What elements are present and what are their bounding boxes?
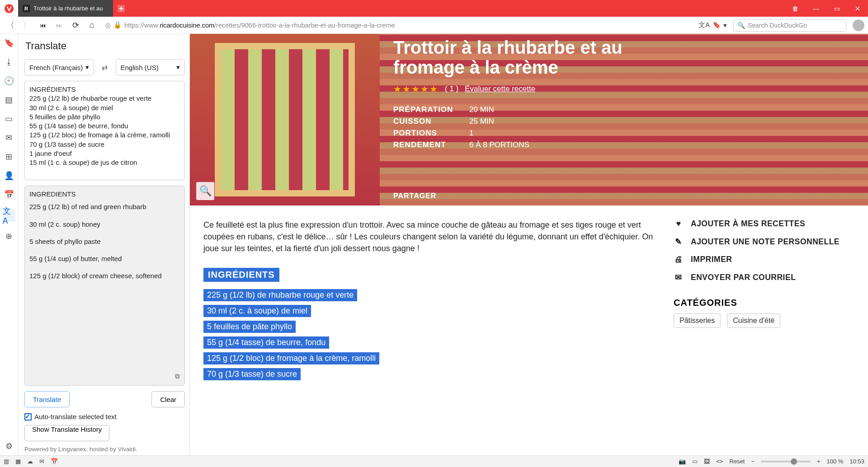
translate-panel-icon[interactable]: 文A (3, 209, 15, 222)
mail-icon[interactable]: ✉ (5, 133, 14, 142)
maximize-button[interactable]: ▭ (826, 0, 847, 17)
swap-languages-button[interactable]: ⇄ (99, 61, 111, 74)
heart-icon: ♥ (674, 219, 684, 229)
category-tag[interactable]: Pâtisseries (674, 313, 721, 328)
rating-count: ( 1 ) (445, 84, 458, 93)
new-tab-button[interactable] (113, 0, 129, 17)
meta-label: PORTIONS (393, 129, 461, 138)
auto-translate-label: Auto-translate selected text (34, 413, 117, 420)
zoom-reset-button[interactable]: Reset (729, 458, 745, 465)
add-favorite-button[interactable]: ♥AJOUTER À MES RECETTES (674, 219, 854, 229)
profile-avatar[interactable] (853, 19, 864, 31)
downloads-icon[interactable]: ⭳ (5, 57, 14, 66)
tile-icon[interactable]: ▭ (692, 458, 698, 465)
feeds-icon[interactable]: ⊞ (5, 152, 14, 161)
clock: 10:53 (849, 458, 864, 465)
calendar-status-icon[interactable]: 📅 (51, 458, 58, 465)
address-bar[interactable]: ◎ 🔒 https://www.ricardocuisine.com/recet… (101, 19, 731, 32)
target-lang-select[interactable]: English (US)▾ (116, 59, 185, 75)
history-button[interactable]: Show Translate History (24, 425, 109, 441)
rewind-button[interactable]: ⏮ (36, 19, 50, 32)
mail-status-icon[interactable]: ✉ (39, 458, 44, 465)
vivaldi-logo[interactable] (0, 0, 18, 17)
add-note-button[interactable]: ✎AJOUTER UNE NOTE PERSONNELLE (674, 237, 854, 247)
ingredient-item: 55 g (1/4 tasse) de beurre, fondu (203, 336, 329, 349)
target-textarea: INGREDIENTS 225 g (1/2 lb) of red and gr… (24, 186, 185, 386)
capture-icon[interactable]: 📷 (679, 458, 686, 465)
note-icon: ✎ (674, 237, 684, 247)
ingredient-item: 225 g (1/2 lb) de rhubarbe rouge et vert… (203, 289, 357, 301)
notes-icon[interactable]: ▤ (5, 95, 14, 104)
meta-value: 1 (469, 129, 473, 138)
mail-icon: ✉ (674, 272, 684, 282)
copy-icon[interactable]: ⧉ (175, 372, 180, 381)
zoom-slider[interactable] (761, 461, 811, 462)
zoom-level: 100 % (827, 458, 844, 465)
calendar-icon[interactable]: 📅 (5, 190, 14, 199)
rate-link[interactable]: Évaluer cette recette (465, 84, 535, 93)
meta-value: 6 À 8 PORTIONS (469, 140, 529, 149)
print-button[interactable]: 🖨IMPRIMER (674, 255, 854, 264)
category-tag[interactable]: Cuisine d'été (727, 313, 780, 328)
bookmark-icon[interactable]: 🔖 (712, 21, 721, 29)
sync-icon[interactable]: ☁ (27, 458, 33, 465)
tab-active[interactable]: R Trottoir à la rhubarbe et au (18, 0, 113, 17)
meta-value: 20 MIN (469, 105, 494, 114)
source-lang-select[interactable]: French (Français)▾ (24, 59, 94, 75)
meta-value: 25 MIN (469, 117, 494, 126)
settings-icon[interactable]: ⚙ (5, 442, 14, 451)
tab-title: Trottoir à la rhubarbe et au (33, 5, 108, 12)
chevron-down-icon: ▾ (85, 63, 89, 71)
recipe-title: Trottoir à la rhubarbe et au fromage à l… (393, 37, 683, 77)
hero: 🔍 Trottoir à la rhubarbe et au fromage à… (190, 34, 868, 205)
meta-label: CUISSON (393, 117, 461, 126)
home-button[interactable]: ⌂ (85, 19, 99, 32)
minimize-button[interactable]: — (806, 0, 826, 17)
status-bar: ▥ ▦ ☁ ✉ 📅 📷 ▭ 🖼 <> Reset − + 100 % 10:53 (0, 455, 868, 467)
bookmarks-icon[interactable]: 🔖 (5, 38, 14, 47)
tiling-icon[interactable]: ▦ (15, 458, 21, 465)
panel-toggle-icon[interactable]: ▥ (4, 458, 9, 465)
translate-addr-icon[interactable]: 文A (698, 21, 710, 29)
clear-button[interactable]: Clear (151, 391, 185, 407)
search-input[interactable]: 🔍 Search DuckDuckGo (733, 19, 846, 32)
ingredients-list: 225 g (1/2 lb) de rhubarbe rouge et vert… (203, 287, 656, 382)
back-button[interactable]: 〈 (4, 19, 17, 32)
titlebar: R Trottoir à la rhubarbe et au 🗑 — ▭ ✕ (0, 0, 868, 17)
forward-button[interactable]: 〉 (20, 19, 33, 32)
images-icon[interactable]: 🖼 (704, 458, 710, 465)
translate-panel: Translate French (Français)▾ ⇄ English (… (18, 34, 190, 455)
auto-translate-checkbox[interactable] (24, 413, 32, 420)
send-mail-button[interactable]: ✉ENVOYER PAR COURRIEL (674, 272, 854, 282)
translate-button[interactable]: Translate (24, 391, 70, 407)
chevron-down-icon[interactable]: ▾ (723, 22, 727, 29)
ingredient-item: 5 feuilles de pâte phyllo (203, 321, 296, 333)
powered-by-text: Powered by Lingvanex, hosted by Vivaldi. (24, 446, 185, 453)
zoom-image-button[interactable]: 🔍 (196, 182, 214, 200)
share-button[interactable]: PARTAGER (393, 192, 854, 200)
source-textarea[interactable]: INGRÉDIENTS 225 g (1/2 lb) de rhubarbe r… (24, 81, 185, 180)
reload-button[interactable]: ⟳ (69, 19, 82, 32)
ingredient-item: 30 ml (2 c. à soupe) de miel (203, 305, 311, 317)
search-placeholder: Search DuckDuckGo (748, 22, 807, 29)
close-button[interactable]: ✕ (847, 0, 868, 17)
add-panel-icon[interactable]: ⊕ (5, 232, 14, 241)
search-icon: 🔍 (737, 22, 745, 29)
categories-heading: CATÉGORIES (674, 298, 854, 308)
meta-label: RENDEMENT (393, 140, 461, 149)
printer-icon: 🖨 (674, 255, 684, 264)
meta-label: PRÉPARATION (393, 105, 461, 114)
panel-title: Translate (25, 40, 185, 52)
url-text: https://www.ricardocuisine.com/recettes/… (124, 22, 696, 29)
ingredient-item: 125 g (1/2 bloc) de fromage à la crème, … (203, 352, 379, 364)
devtools-icon[interactable]: <> (716, 458, 723, 465)
window-icon[interactable]: ▭ (5, 114, 14, 123)
side-rail: 🔖 ⭳ 🕘 ▤ ▭ ✉ ⊞ 👤 📅 文A ⊕ ⚙ (0, 34, 18, 455)
fastforward-button[interactable]: ⏭ (52, 19, 66, 32)
ingredients-heading: INGRÉDIENTS (203, 268, 279, 282)
shield-icon: ◎ (105, 22, 111, 29)
trash-icon[interactable]: 🗑 (785, 0, 806, 17)
history-icon[interactable]: 🕘 (5, 76, 14, 85)
contacts-icon[interactable]: 👤 (5, 171, 14, 180)
ingredient-item: 70 g (1/3 tasse) de sucre (203, 368, 301, 380)
